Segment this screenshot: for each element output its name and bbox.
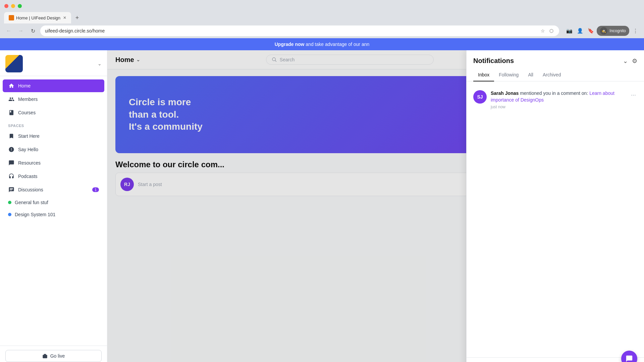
resources-icon [8,160,15,166]
notification-item[interactable]: SJ Sarah Jonas mentioned you in a commen… [467,85,644,114]
go-live-label: Go live [50,353,65,359]
discussions-icon [8,186,15,193]
sidebar-say-hello-label: Say Hello [18,147,38,152]
sidebar-item-general-fun[interactable]: General fun stuf [3,197,104,208]
notification-text: Sarah Jonas mentioned you in a comment o… [491,90,626,103]
go-live-button[interactable]: Go live [5,350,102,362]
sidebar-item-home[interactable]: Home [3,79,104,92]
notification-more-options[interactable]: ··· [630,90,637,100]
active-tab[interactable]: Home | UIFeed Design ✕ [4,12,71,23]
content-area: Home ⌄ Search 1 RJ [107,50,644,362]
notifications-header: Notifications ⌄ ⚙ [467,50,644,65]
tab-title: Home | UIFeed Design [16,15,60,20]
incognito-button[interactable]: 🕵 Incognito [597,26,629,36]
browser-right-icons: 📷 👤 🔖 🕵 Incognito ⋮ [565,26,640,36]
refresh-button[interactable]: ↻ [28,26,38,36]
main-layout: ⌄ Home Members [0,50,644,362]
sidebar-footer: Go live Powered by Circle [0,346,107,362]
sidebar-general-fun-label: General fun stuf [15,200,48,205]
url-display: uifeed-design.circle.so/home [45,28,540,34]
discussions-badge: 1 [92,187,99,192]
sidebar-item-podcasts[interactable]: Podcasts [3,170,104,183]
sidebar-header: ⌄ [0,50,107,76]
address-bar[interactable]: uifeed-design.circle.so/home ☆ ⬡ [40,25,559,36]
notifications-list: SJ Sarah Jonas mentioned you in a commen… [467,81,644,357]
tab-close-btn[interactable]: ✕ [63,15,66,20]
notif-tab-all[interactable]: All [523,69,538,81]
banner-text: and take advantage of our ann [306,42,369,47]
notification-avatar: SJ [473,90,487,104]
sidebar-item-design-system[interactable]: Design System 101 [3,209,104,220]
notifications-header-icons: ⌄ ⚙ [623,57,637,65]
extension-icon[interactable]: ⬡ [548,28,554,34]
notif-tab-following[interactable]: Following [494,69,523,81]
notifications-footer: Your notifications will be kept for 9 mo… [467,357,644,362]
sidebar-design-system-label: Design System 101 [15,212,55,217]
window-controls [4,4,22,8]
svg-point-1 [11,4,15,8]
sidebar-members-label: Members [18,97,38,102]
title-bar [0,0,644,12]
sidebar-item-courses[interactable]: Courses [3,106,104,119]
address-bar-row: ← → ↻ uifeed-design.circle.so/home ☆ ⬡ 📷… [0,23,644,38]
spaces-section-label: Spaces [0,120,107,129]
tab-bar: Home | UIFeed Design ✕ + [0,12,644,23]
incognito-avatar: 🕵 [600,27,607,35]
forward-button[interactable]: → [16,26,25,36]
address-bar-icons: ☆ ⬡ [540,28,554,34]
sidebar-discussions-label: Discussions [18,187,43,192]
upgrade-banner: Upgrade now and take advantage of our an… [0,38,644,50]
notif-tab-inbox[interactable]: Inbox [473,69,494,81]
sidebar-start-here-label: Start Here [18,133,40,139]
notification-sender: Sarah Jonas [491,90,519,96]
notifications-panel: Notifications ⌄ ⚙ Inbox Following All [466,50,644,362]
podcasts-icon [8,173,15,180]
bookmark-icon[interactable]: 🔖 [586,26,595,36]
sidebar-resources-label: Resources [18,160,41,166]
sidebar-item-resources[interactable]: Resources [3,157,104,169]
app-container: Upgrade now and take advantage of our an… [0,38,644,362]
general-fun-dot [8,201,11,204]
notification-time: just now [491,105,626,109]
incognito-label: Incognito [609,28,626,33]
svg-point-2 [18,4,22,8]
sidebar-item-say-hello[interactable]: Say Hello [3,143,104,156]
panel-overlay[interactable] [107,50,466,362]
notif-tab-archived[interactable]: Archived [538,69,566,81]
start-here-icon [8,133,15,139]
bookmark-star-icon[interactable]: ☆ [540,28,546,34]
community-logo [5,55,23,72]
notifications-tabs: Inbox Following All Archived [467,69,644,81]
design-system-dot [8,213,11,216]
upgrade-link[interactable]: Upgrade now [275,42,305,47]
courses-icon [8,109,15,116]
notifications-title: Notifications [473,57,514,65]
home-icon [8,82,15,89]
sidebar-item-discussions[interactable]: Discussions 1 [3,183,104,196]
browser-chrome: Home | UIFeed Design ✕ + ← → ↻ uifeed-de… [0,0,644,38]
notification-content: Sarah Jonas mentioned you in a comment o… [491,90,626,109]
sidebar-collapse-icon[interactable]: ⌄ [98,61,102,66]
sidebar-home-label: Home [18,83,31,88]
sidebar-item-start-here[interactable]: Start Here [3,130,104,142]
sidebar-courses-label: Courses [18,110,36,115]
collapse-notifications-icon[interactable]: ⌄ [623,57,628,65]
tab-favicon [9,15,14,20]
camera-icon[interactable]: 📷 [565,26,574,36]
sidebar: ⌄ Home Members [0,50,107,362]
svg-point-0 [4,4,8,8]
members-icon [8,96,15,103]
sidebar-item-members[interactable]: Members [3,93,104,106]
new-tab-btn[interactable]: + [72,13,82,22]
svg-rect-3 [43,355,47,358]
more-options-icon[interactable]: ⋮ [631,26,640,36]
notification-action: mentioned you in a comment on: [520,90,589,96]
profile-icon[interactable]: 👤 [575,26,585,36]
sidebar-podcasts-label: Podcasts [18,174,38,179]
say-hello-icon [8,146,15,153]
back-button[interactable]: ← [4,26,13,36]
notifications-settings-icon[interactable]: ⚙ [632,57,637,65]
sidebar-nav: Home Members Courses Spaces [0,76,107,224]
logo-inner [5,55,23,72]
